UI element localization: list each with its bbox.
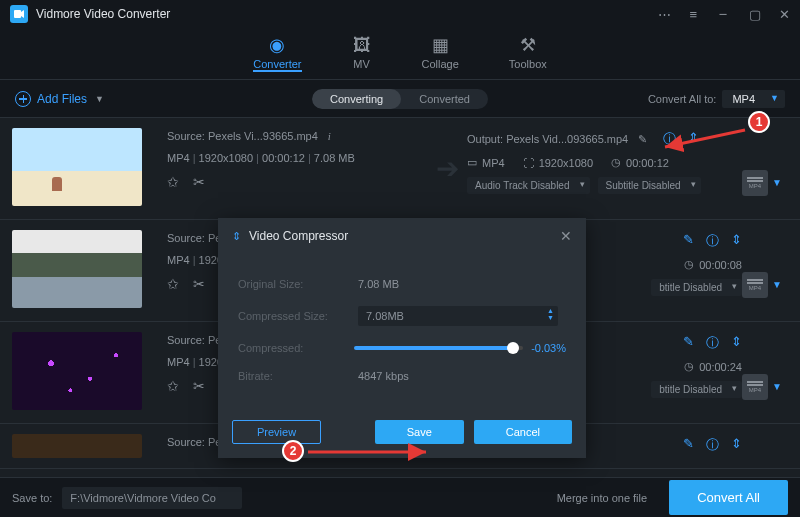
callout-badge: 1	[748, 111, 770, 133]
action-bar: Add Files ▼ Converting Converted Convert…	[0, 80, 800, 118]
effects-icon[interactable]: ✩	[167, 276, 179, 292]
tab-converter[interactable]: ◉ Converter	[253, 35, 301, 72]
tab-collage-label: Collage	[422, 58, 459, 70]
audio-track-dropdown[interactable]: Audio Track Disabled	[467, 177, 590, 194]
toolbox-icon: ⚒	[518, 35, 538, 55]
mv-icon: 🖼	[352, 35, 372, 55]
add-files-button[interactable]: Add Files ▼	[15, 91, 104, 107]
close-window-icon[interactable]: ✕	[779, 7, 790, 22]
tab-mv[interactable]: 🖼 MV	[352, 35, 372, 72]
tab-toolbox[interactable]: ⚒ Toolbox	[509, 35, 547, 72]
converting-tab[interactable]: Converting	[312, 89, 401, 109]
compressed-size-input[interactable]: 7.08MB ▲▼	[358, 306, 558, 326]
source-format: MP4	[167, 254, 190, 266]
save-path-field[interactable]: F:\Vidmore\Vidmore Video Co	[62, 487, 242, 509]
compress-icon[interactable]: ⇕	[731, 232, 742, 250]
info-output-icon[interactable]: ⓘ	[706, 334, 719, 352]
plus-circle-icon	[15, 91, 31, 107]
output-profile-button[interactable]: MP4	[742, 170, 768, 196]
slider-handle[interactable]	[507, 342, 519, 354]
edit-name-icon[interactable]: ✎	[683, 334, 694, 352]
bottom-bar: Save to: F:\Vidmore\Vidmore Video Co Mer…	[0, 477, 800, 517]
output-profile-button[interactable]: MP4	[742, 374, 768, 400]
title-bar: Vidmore Video Converter ⋯ ≡ － ▢ ✕	[0, 0, 800, 28]
converted-tab[interactable]: Converted	[401, 89, 488, 109]
video-thumbnail[interactable]	[12, 128, 142, 206]
info-icon[interactable]: i	[328, 130, 331, 142]
spin-up-icon[interactable]: ▲	[547, 307, 554, 314]
app-logo	[10, 5, 28, 23]
compressed-size-label: Compressed Size:	[238, 310, 358, 322]
add-files-label: Add Files	[37, 92, 87, 106]
cancel-button[interactable]: Cancel	[474, 420, 572, 444]
merge-label[interactable]: Merge into one file	[557, 492, 648, 504]
spin-down-icon[interactable]: ▼	[547, 314, 554, 321]
output-format-dropdown[interactable]: MP4 ▼	[722, 90, 785, 108]
callout-2: 2	[282, 440, 304, 462]
trim-icon[interactable]: ✂	[193, 276, 205, 292]
output-duration: 00:00:12	[626, 157, 669, 169]
compress-icon: ⇕	[232, 230, 241, 243]
edit-name-icon[interactable]: ✎	[683, 232, 694, 250]
clock-icon: ◷	[684, 360, 694, 373]
source-format: MP4	[167, 356, 190, 368]
effects-icon[interactable]: ✩	[167, 174, 179, 190]
output-duration: 00:00:24	[699, 361, 742, 373]
effects-icon[interactable]: ✩	[167, 378, 179, 394]
app-title: Vidmore Video Converter	[36, 7, 658, 21]
edit-name-icon[interactable]: ✎	[683, 436, 694, 454]
subtitle-dropdown[interactable]: btitle Disabled	[651, 279, 742, 296]
svg-rect-0	[14, 10, 21, 18]
tab-mv-label: MV	[353, 58, 370, 70]
output-format: MP4	[482, 157, 505, 169]
original-size-label: Original Size:	[238, 278, 358, 290]
compress-slider[interactable]	[354, 346, 523, 350]
subtitle-dropdown[interactable]: Subtitle Disabled	[598, 177, 701, 194]
svg-line-1	[665, 130, 745, 147]
maximize-icon[interactable]: ▢	[749, 7, 761, 22]
video-thumbnail[interactable]	[12, 332, 142, 410]
chevron-down-icon[interactable]: ▼	[772, 381, 782, 392]
info-output-icon[interactable]: ⓘ	[706, 436, 719, 454]
compress-icon[interactable]: ⇕	[731, 334, 742, 352]
compress-icon[interactable]: ⇕	[731, 436, 742, 454]
expand-icon: ⛶	[523, 157, 534, 169]
feedback-icon[interactable]: ⋯	[658, 7, 671, 22]
video-thumbnail[interactable]	[12, 434, 142, 458]
subtitle-dropdown[interactable]: btitle Disabled	[651, 381, 742, 398]
compressed-pct-label: Compressed:	[238, 342, 354, 354]
output-format-value: MP4	[732, 93, 755, 105]
close-dialog-icon[interactable]: ✕	[560, 228, 572, 244]
output-resolution: 1920x1080	[539, 157, 593, 169]
output-filename: Output: Pexels Vid...093665.mp4	[467, 133, 628, 145]
chevron-down-icon[interactable]: ▼	[772, 177, 782, 188]
source-duration: 00:00:12	[253, 152, 305, 164]
video-thumbnail[interactable]	[12, 230, 142, 308]
bitrate-label: Bitrate:	[238, 370, 358, 382]
tab-toolbox-label: Toolbox	[509, 58, 547, 70]
source-format: MP4	[167, 152, 190, 164]
minimize-icon[interactable]: －	[715, 4, 731, 25]
edit-name-icon[interactable]: ✎	[638, 133, 647, 146]
info-output-icon[interactable]: ⓘ	[706, 232, 719, 250]
chevron-down-icon[interactable]: ▼	[772, 279, 782, 290]
clock-icon: ◷	[684, 258, 694, 271]
tab-collage[interactable]: ▦ Collage	[422, 35, 459, 72]
output-profile-button[interactable]: MP4	[742, 272, 768, 298]
clock-icon: ◷	[611, 156, 621, 169]
source-filename: Source: Pe	[167, 436, 221, 448]
chevron-down-icon: ▼	[770, 93, 779, 103]
source-filename: Source: Pe	[167, 232, 221, 244]
compressed-pct-value: -0.03%	[531, 342, 566, 354]
trim-icon[interactable]: ✂	[193, 174, 205, 190]
tab-converter-label: Converter	[253, 58, 301, 70]
trim-icon[interactable]: ✂	[193, 378, 205, 394]
source-meta: MP41920x108000:00:127.08 MB	[167, 152, 427, 164]
convert-arrow-icon: ➔	[436, 152, 459, 185]
video-compressor-dialog: ⇕ Video Compressor ✕ Original Size: 7.08…	[218, 218, 586, 458]
menu-icon[interactable]: ≡	[689, 7, 697, 22]
bitrate-value: 4847 kbps	[358, 370, 409, 382]
convert-all-button[interactable]: Convert All	[669, 480, 788, 515]
collage-icon: ▦	[430, 35, 450, 55]
main-tabs: ◉ Converter 🖼 MV ▦ Collage ⚒ Toolbox	[0, 28, 800, 80]
